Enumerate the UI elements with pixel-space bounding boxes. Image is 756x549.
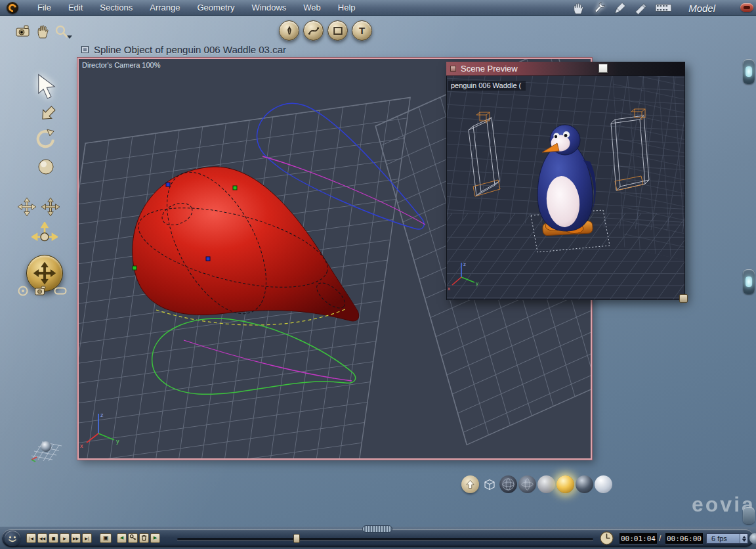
preview-maximize-button[interactable] — [598, 64, 608, 73]
preview-resize-grip[interactable] — [679, 294, 688, 303]
scene-preview-titlebar[interactable]: Scene Preview — [446, 62, 685, 76]
svg-text:y: y — [476, 280, 478, 286]
keyframe-controls: ◀ ▶ — [117, 533, 160, 543]
dark-textured-sphere-icon[interactable] — [576, 475, 593, 493]
menu-sections[interactable]: Sections — [91, 3, 141, 12]
grip-decoration — [362, 525, 392, 533]
move-tool[interactable] — [38, 104, 58, 126]
scene-preview-title: Scene Preview — [461, 64, 518, 74]
axis-gizmo-tool[interactable] — [32, 222, 58, 251]
edge-tab-right-middle[interactable] — [743, 269, 755, 294]
transport-controls: |◀ ◀◀ ■ ▶ ▶▶ ▶| — [26, 533, 92, 543]
current-frame-button[interactable]: ▣ — [100, 533, 112, 543]
camera-view-icon[interactable] — [34, 285, 49, 299]
document-window-icon[interactable] — [81, 46, 89, 53]
menu-geometry[interactable]: Geometry — [188, 3, 243, 12]
scene-preview-viewport[interactable]: penguin 006 Waddle ( — [446, 76, 685, 300]
fps-value: 6 fps — [711, 535, 727, 542]
edge-tab-right-lower[interactable] — [743, 507, 755, 524]
rotate-tool[interactable] — [33, 127, 56, 154]
menu-web[interactable]: Web — [295, 3, 329, 12]
gouraud-gold-sphere-icon[interactable] — [556, 475, 574, 493]
goto-end-button[interactable]: ▶| — [82, 533, 92, 543]
timeline-slider[interactable] — [177, 538, 593, 540]
rectangle-tool-button[interactable] — [327, 20, 348, 41]
add-key-button[interactable] — [128, 533, 138, 543]
svg-text:z: z — [100, 412, 104, 418]
scene-preview-window-icon[interactable] — [450, 66, 456, 72]
hand-tool-icon[interactable] — [571, 1, 585, 15]
app-logo-icon[interactable] — [7, 2, 18, 14]
stop-button[interactable]: ■ — [49, 533, 58, 543]
pan-hand-icon[interactable] — [35, 22, 51, 42]
document-title: Spline Object of penguin 006 Waddle 03.c… — [94, 44, 286, 55]
capsule-icon[interactable] — [54, 286, 67, 298]
fps-spinner[interactable] — [740, 534, 747, 543]
edge-tab-top-right[interactable] — [740, 3, 753, 12]
pan-screen-tool[interactable] — [41, 197, 60, 219]
target-reticle-icon[interactable] — [17, 285, 29, 299]
svg-text:x: x — [448, 286, 450, 292]
menu-help[interactable]: Help — [329, 3, 364, 12]
film-tool-icon[interactable] — [655, 1, 672, 15]
svg-text:z: z — [463, 261, 466, 267]
camera-label[interactable]: Director's Camera 100% — [82, 61, 160, 69]
bounding-box-icon[interactable] — [480, 475, 498, 493]
bright-textured-sphere-icon[interactable] — [595, 475, 612, 493]
preview-arrow-icon[interactable] — [461, 475, 479, 493]
menu-file[interactable]: File — [29, 3, 60, 12]
lit-wireframe-sphere-icon[interactable] — [518, 475, 536, 493]
pen-tool-icon[interactable] — [613, 1, 627, 15]
scale-tool[interactable] — [37, 158, 55, 179]
pan-xy-tool[interactable] — [17, 197, 37, 219]
spinner-up-icon[interactable] — [742, 534, 746, 538]
svg-text:x: x — [80, 443, 83, 449]
menu-windows[interactable]: Windows — [243, 3, 295, 12]
text-tool-button[interactable]: T — [352, 20, 372, 41]
step-back-button[interactable]: ◀◀ — [37, 533, 47, 543]
render-camera-icon[interactable] — [14, 22, 32, 42]
timeline-handle[interactable] — [293, 534, 300, 543]
knife-tool-icon[interactable] — [634, 1, 648, 15]
smiley-button[interactable] — [5, 531, 20, 546]
flat-shaded-sphere-icon[interactable] — [537, 475, 555, 493]
zoom-dropdown-caret[interactable] — [67, 35, 72, 39]
total-time-display[interactable]: 00:06:00 — [665, 533, 703, 544]
previous-key-button[interactable]: ◀ — [117, 533, 127, 543]
menu-arrange[interactable]: Arrange — [141, 3, 188, 12]
wrench-tool-icon[interactable] — [592, 1, 606, 15]
mode-label: Model — [688, 3, 715, 14]
spinner-down-icon[interactable] — [742, 539, 746, 544]
fps-selector[interactable]: 6 fps — [706, 533, 748, 544]
goto-start-button[interactable]: |◀ — [26, 533, 36, 543]
next-key-button[interactable]: ▶ — [150, 533, 160, 543]
application-window: File Edit Sections Arrange Geometry Wind… — [0, 0, 756, 549]
bar-end-knob — [749, 533, 756, 544]
preview-object-label: penguin 006 Waddle ( — [448, 81, 526, 91]
modeling-tool-strip — [571, 0, 672, 16]
text-tool-glyph: T — [359, 26, 365, 35]
select-arrow-tool[interactable] — [33, 72, 60, 102]
svg-text:y: y — [116, 438, 119, 445]
scene-preview-window: Scene Preview penguin 006 Waddle ( — [446, 62, 685, 300]
play-button[interactable]: ▶ — [60, 533, 70, 543]
document-titlebar[interactable]: Spline Object of penguin 006 Waddle 03.c… — [81, 44, 286, 55]
menubar: File Edit Sections Arrange Geometry Wind… — [0, 0, 756, 16]
wireframe-sphere-icon[interactable] — [499, 475, 517, 493]
zoom-tool-icon[interactable] — [54, 24, 70, 42]
shading-mode-row — [461, 475, 612, 493]
step-forward-button[interactable]: ▶▶ — [71, 533, 81, 543]
delete-key-button[interactable] — [139, 533, 149, 543]
current-time-display[interactable]: 00:01:04 — [620, 533, 657, 544]
time-separator: / — [659, 533, 661, 544]
scene-thumbnail-icon[interactable] — [26, 433, 63, 465]
ink-pen-tool-button[interactable] — [279, 20, 299, 41]
menu-edit[interactable]: Edit — [60, 3, 91, 12]
edge-tab-right-upper[interactable] — [743, 59, 755, 84]
clock-toggle-button[interactable] — [599, 531, 614, 546]
spline-curve-tool-button[interactable] — [303, 20, 324, 41]
